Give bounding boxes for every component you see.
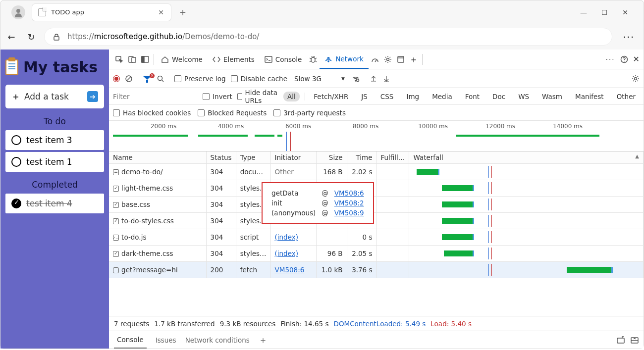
dock-side-button[interactable] (139, 55, 152, 64)
favicon-icon (38, 8, 46, 16)
svg-point-13 (158, 76, 162, 81)
third-party-checkbox[interactable]: 3rd-party requests (273, 109, 346, 117)
more-tabs-button[interactable]: ＋ (407, 53, 420, 65)
bug-icon[interactable] (307, 55, 320, 64)
svg-point-8 (328, 61, 329, 62)
tab-welcome[interactable]: Welcome (156, 50, 208, 69)
hide-data-urls-checkbox[interactable]: Hide data URLs (237, 89, 278, 104)
add-task-input[interactable]: ＋ Add a task ➔ (5, 85, 104, 108)
blocked-cookies-checkbox[interactable]: Has blocked cookies (113, 109, 191, 117)
svg-point-14 (355, 80, 356, 81)
svg-point-15 (356, 79, 359, 82)
check-icon[interactable] (11, 199, 21, 208)
filter-input[interactable] (113, 93, 198, 100)
upload-har-button[interactable] (370, 74, 377, 83)
drawer-expand-icon[interactable] (617, 336, 625, 345)
window-controls: — ☐ ✕ (580, 8, 640, 16)
application-icon[interactable] (394, 55, 407, 64)
type-filter[interactable]: Font (461, 92, 483, 101)
drawer-toggle-icon[interactable] (631, 336, 639, 345)
col-time[interactable]: Time (347, 151, 376, 164)
search-button[interactable] (157, 74, 164, 83)
browser-tab[interactable]: TODO app ✕ (32, 4, 171, 21)
drawer-tab-console[interactable]: Console (114, 332, 147, 349)
type-filter[interactable]: WS (514, 92, 533, 101)
svg-rect-5 (142, 56, 144, 62)
type-filter[interactable]: JS (357, 92, 372, 101)
performance-icon[interactable] (369, 55, 381, 64)
col-type[interactable]: Type (236, 151, 270, 164)
close-tab-button[interactable]: ✕ (157, 8, 165, 16)
completed-item[interactable]: test item 4 (5, 194, 104, 213)
tab-elements[interactable]: Elements (208, 50, 260, 69)
help-button[interactable] (620, 55, 628, 63)
throttle-select[interactable]: Slow 3G▼ (292, 74, 347, 84)
maximize-button[interactable]: ☐ (601, 8, 608, 16)
close-devtools-button[interactable]: ✕ (633, 54, 640, 64)
network-settings-button[interactable] (632, 74, 640, 83)
todo-item[interactable]: test item 1 (5, 152, 104, 172)
drawer-tab-issues[interactable]: Issues (156, 336, 176, 344)
col-status[interactable]: Status (206, 151, 236, 164)
devtools-more-button[interactable]: ··· (606, 55, 615, 63)
preserve-log-checkbox[interactable]: Preserve log (174, 75, 226, 83)
request-row[interactable]: get?message=hi200fetchVM508:61.0 kB3.76 … (109, 262, 643, 278)
type-filter[interactable]: Other (613, 92, 640, 101)
invert-checkbox[interactable]: Invert (203, 93, 232, 100)
timeline-overview[interactable]: 2000 ms 4000 ms 6000 ms 8000 ms 10000 ms… (109, 121, 644, 151)
type-filter-all[interactable]: All (283, 92, 300, 101)
minimize-button[interactable]: — (580, 8, 587, 16)
filter-toggle-button[interactable]: × (143, 75, 152, 83)
type-filter[interactable]: Wasm (538, 92, 566, 101)
svg-rect-0 (54, 37, 59, 40)
new-tab-button[interactable]: ＋ (178, 5, 188, 19)
submit-task-button[interactable]: ➔ (87, 91, 98, 102)
request-row[interactable]: to-do-styles.css304styles…(index)3 s (109, 213, 643, 229)
col-size[interactable]: Size (316, 151, 347, 164)
request-row[interactable]: light-theme.css304styles…(index)120 B2.0… (109, 180, 643, 197)
col-waterfall[interactable]: Waterfall (409, 151, 644, 164)
request-row[interactable]: demo-to-do/304docu…Other168 B2.02 s (109, 164, 643, 180)
devtools-tab-bar: Welcome Elements Console Network ＋ ··· ✕ (109, 50, 644, 69)
device-toolbar-button[interactable] (126, 55, 139, 64)
type-filter[interactable]: Media (428, 92, 456, 101)
settings-gear-icon[interactable] (381, 55, 394, 64)
tab-network[interactable]: Network (320, 50, 368, 69)
col-fulfilled[interactable]: Fulfill… (376, 151, 409, 164)
close-window-button[interactable]: ✕ (622, 8, 629, 16)
tab-console[interactable]: Console (260, 50, 307, 69)
wifi-settings-icon[interactable] (352, 74, 360, 83)
profile-avatar[interactable] (11, 5, 25, 19)
type-filter[interactable]: Img (402, 92, 423, 101)
clear-button[interactable] (125, 74, 133, 83)
record-button[interactable] (113, 75, 120, 82)
svg-rect-3 (132, 57, 136, 62)
svg-point-9 (386, 58, 389, 61)
col-initiator[interactable]: Initiator (270, 151, 316, 164)
address-bar[interactable]: https://microsoftedge.github.io/Demos/de… (44, 28, 612, 46)
type-filter[interactable]: Doc (488, 92, 509, 101)
radio-icon[interactable] (11, 157, 21, 167)
request-row[interactable]: dark-theme.css304styles…(index)96 B2.05 … (109, 246, 643, 262)
refresh-button[interactable]: ↻ (24, 32, 38, 42)
type-filter[interactable]: CSS (376, 92, 398, 101)
browser-menu-button[interactable]: ··· (618, 32, 640, 42)
drawer-tab-network-conditions[interactable]: Network conditions (185, 336, 250, 344)
request-row[interactable]: to-do.js304script(index)0 s (109, 229, 643, 246)
tab-strip: TODO app ✕ ＋ — ☐ ✕ (0, 0, 644, 24)
type-filter[interactable]: Fetch/XHR (310, 92, 352, 101)
drawer-more-button[interactable]: ＋ (259, 334, 268, 346)
back-button[interactable]: ← (4, 32, 18, 42)
inspect-element-button[interactable] (113, 55, 126, 64)
download-har-button[interactable] (382, 74, 390, 83)
col-name[interactable]: Name (109, 151, 206, 164)
tab-title: TODO app (51, 8, 152, 16)
network-toolbar: × Preserve log Disable cache Slow 3G▼ (109, 69, 644, 88)
radio-icon[interactable] (11, 135, 21, 145)
type-filter[interactable]: Manifest (571, 92, 608, 101)
table-header-row[interactable]: Name Status Type Initiator Size Time Ful… (109, 151, 643, 164)
blocked-requests-checkbox[interactable]: Blocked Requests (198, 109, 267, 117)
todo-item[interactable]: test item 3 (5, 130, 104, 150)
request-row[interactable]: base.css304styles…(index)5 s (109, 197, 643, 213)
disable-cache-checkbox[interactable]: Disable cache (231, 75, 287, 83)
